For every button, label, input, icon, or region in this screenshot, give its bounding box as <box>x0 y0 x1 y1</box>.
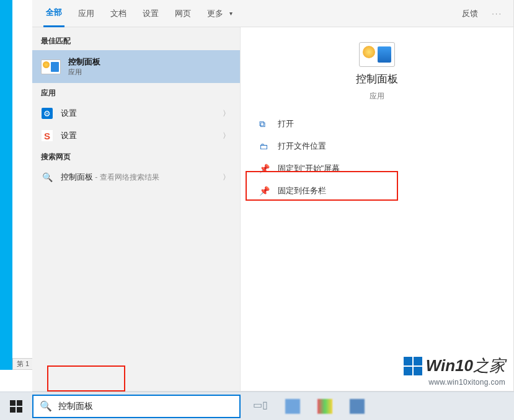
windows-logo-icon <box>10 400 22 413</box>
search-filter-tabs: 全部 应用 文档 设置 网页 更多 ▾ 反馈 ··· <box>32 0 513 27</box>
feedback-link[interactable]: 反馈 <box>459 0 481 27</box>
web-search-item[interactable]: 🔍 控制面板 - 查看网络搜索结果 〉 <box>32 166 240 188</box>
action-pin-start[interactable]: 📌 固定到"开始"屏幕 <box>249 157 505 180</box>
best-match-subtitle: 应用 <box>68 68 100 77</box>
action-open-file-location[interactable]: 🗀 打开文件位置 <box>249 135 505 157</box>
taskbar: 🔍 ▭▯ <box>0 392 514 420</box>
chevron-right-icon: 〉 <box>223 172 230 183</box>
gear-icon: ⚙ <box>42 108 53 119</box>
sogou-icon: S <box>42 130 53 141</box>
search-input[interactable] <box>58 401 233 411</box>
search-icon: 🔍 <box>40 400 52 412</box>
section-apps: 应用 <box>32 83 240 102</box>
control-panel-icon <box>359 42 395 67</box>
desktop-strip <box>0 0 12 370</box>
tab-all[interactable]: 全部 <box>43 0 64 27</box>
best-match-title: 控制面板 <box>68 56 100 68</box>
preview-pane: 控制面板 应用 ⧉ 打开 🗀 打开文件位置 📌 固定到"开始"屏幕 📌 <box>241 27 513 391</box>
taskbar-app-2[interactable] <box>317 399 332 414</box>
preview-subtitle: 应用 <box>370 91 384 102</box>
tab-documents[interactable]: 文档 <box>108 0 129 27</box>
web-search-term: 控制面板 <box>61 172 93 182</box>
pin-icon: 📌 <box>259 164 269 173</box>
action-open[interactable]: ⧉ 打开 <box>249 113 505 135</box>
results-list: 最佳匹配 控制面板 应用 应用 ⚙ 设置 〉 S 设置 〉 搜索网页 <box>32 27 241 391</box>
tab-web[interactable]: 网页 <box>172 0 193 27</box>
chevron-right-icon: 〉 <box>223 108 230 119</box>
best-match-item[interactable]: 控制面板 应用 <box>32 50 240 83</box>
app-result-label: 设置 <box>61 108 77 119</box>
open-icon: ⧉ <box>259 119 269 129</box>
background-sheet-tab: 第 1 <box>12 358 33 370</box>
web-search-suffix: - 查看网络搜索结果 <box>93 173 159 182</box>
control-panel-icon <box>41 59 61 74</box>
action-label: 固定到"开始"屏幕 <box>278 163 340 174</box>
chevron-right-icon: 〉 <box>223 131 230 141</box>
taskbar-app-1[interactable] <box>285 399 300 414</box>
action-label: 固定到任务栏 <box>278 185 326 196</box>
tab-apps[interactable]: 应用 <box>76 0 97 27</box>
tab-more[interactable]: 更多 <box>205 0 226 27</box>
tab-settings[interactable]: 设置 <box>140 0 161 27</box>
taskbar-search-box[interactable]: 🔍 <box>32 395 241 418</box>
start-search-flyout: 全部 应用 文档 设置 网页 更多 ▾ 反馈 ··· 最佳匹配 控制面板 应用 … <box>32 0 514 392</box>
chevron-down-icon: ▾ <box>229 10 233 17</box>
pin-icon: 📌 <box>259 186 269 196</box>
folder-icon: 🗀 <box>259 141 269 151</box>
section-search-web: 搜索网页 <box>32 147 240 166</box>
app-result-settings-1[interactable]: ⚙ 设置 〉 <box>32 102 240 125</box>
action-label: 打开文件位置 <box>278 141 326 152</box>
app-result-label: 设置 <box>61 130 77 141</box>
preview-title: 控制面板 <box>356 72 398 86</box>
action-label: 打开 <box>278 118 294 129</box>
action-pin-taskbar[interactable]: 📌 固定到任务栏 <box>249 180 505 202</box>
start-button[interactable] <box>0 392 32 421</box>
section-best-match: 最佳匹配 <box>32 31 240 50</box>
task-view-button[interactable]: ▭▯ <box>253 399 268 414</box>
more-options-icon[interactable]: ··· <box>492 9 502 18</box>
taskbar-app-3[interactable] <box>350 399 365 414</box>
app-result-settings-2[interactable]: S 设置 〉 <box>32 125 240 147</box>
search-icon: 🔍 <box>41 171 53 183</box>
